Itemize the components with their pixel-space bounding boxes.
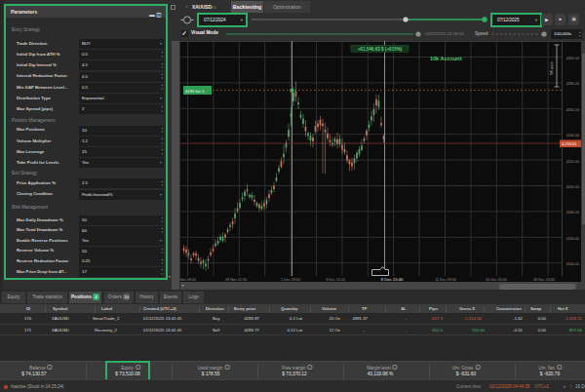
svg-text:4200.00: 4200.00: [566, 185, 579, 189]
svg-text:4280.00: 4280.00: [566, 82, 579, 86]
svg-text:4220.00: 4220.00: [566, 160, 579, 164]
svg-text:+61,546.63 $ (+615%): +61,546.63 $ (+615%): [358, 47, 403, 52]
svg-text:1 Dec 09:00: 1 Dec 09:00: [281, 278, 300, 282]
svg-text:4240.00: 4240.00: [566, 134, 579, 137]
svg-text:4140.00: 4140.00: [566, 262, 579, 266]
svg-text:4180.00: 4180.00: [566, 211, 579, 215]
svg-text:4260.00: 4260.00: [566, 108, 579, 112]
svg-text:5K pips: 5K pips: [549, 61, 554, 74]
svg-text:4291 lev 1: 4291 lev 1: [185, 89, 205, 94]
svg-text:28 Nov 01:30: 28 Nov 01:30: [225, 278, 247, 282]
svg-text:4300.00: 4300.00: [566, 57, 579, 60]
svg-text:25 Nov 09:00: 25 Nov 09:00: [180, 278, 196, 282]
svg-text:4,233.61: 4,233.61: [562, 141, 577, 146]
svg-text:3 Dec 15:00: 3 Dec 15:00: [326, 278, 345, 282]
svg-text:16 Dec 05:00: 16 Dec 05:00: [486, 278, 507, 282]
svg-text:8 Dec 15:40: 8 Dec 15:40: [381, 277, 404, 282]
svg-text:10k Account: 10k Account: [430, 56, 462, 61]
svg-text:18 Dec 23:40: 18 Dec 23:40: [533, 278, 555, 282]
svg-text:4160.00: 4160.00: [566, 237, 579, 241]
svg-text:11 Dec 09:00: 11 Dec 09:00: [435, 278, 456, 282]
